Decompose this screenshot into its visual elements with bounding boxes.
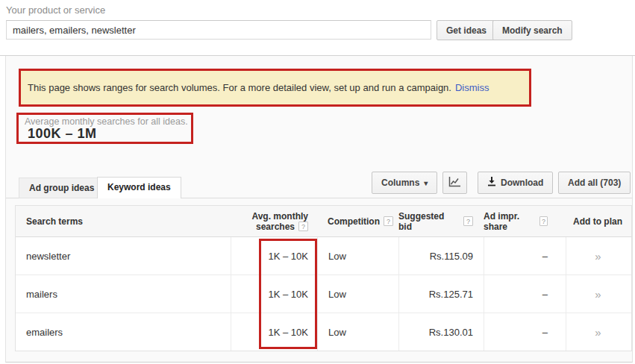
download-label: Download <box>501 178 543 188</box>
table-header-row: Search terms Avg. monthly searches ? Com… <box>16 206 631 237</box>
table-row: mailers 1K – 10K Low Rs.125.71 – » <box>16 275 631 313</box>
download-button[interactable]: Download <box>478 172 553 194</box>
avg-monthly-line1: Avg. monthly <box>251 211 308 222</box>
modify-search-button[interactable]: Modify search <box>492 20 572 40</box>
columns-dropdown-button[interactable]: Columns ▾ <box>372 172 437 194</box>
search-input[interactable] <box>6 20 431 40</box>
suggested-bid-cell: Rs.130.01 <box>398 313 484 351</box>
help-icon[interactable]: ? <box>539 216 548 226</box>
table-row: emailers 1K – 10K Low Rs.130.01 – » <box>16 313 631 351</box>
product-service-label: Your product or service <box>6 4 105 16</box>
add-to-plan-cell: » <box>566 275 630 313</box>
competition-cell: Low <box>317 237 398 274</box>
competition-label: Competition <box>328 216 380 227</box>
header-suggested-bid: Suggested bid ? <box>398 206 484 236</box>
header-competition: Competition ? <box>317 206 398 236</box>
add-to-plan-cell: » <box>566 237 630 274</box>
keyword-ideas-table: Search terms Avg. monthly searches ? Com… <box>15 205 632 351</box>
ad-impr-share-cell: – <box>484 237 566 274</box>
add-to-plan-button[interactable]: » <box>595 288 601 301</box>
keyword-cell: mailers <box>16 275 231 313</box>
tab-keyword-ideas[interactable]: Keyword ideas <box>97 177 181 198</box>
suggested-bid-cell: Rs.115.09 <box>398 237 484 274</box>
header-ad-impr-share: Ad impr. share ? <box>484 206 566 236</box>
columns-label: Columns <box>381 178 419 188</box>
avg-monthly-searches-cell: 1K – 10K <box>231 275 317 313</box>
add-to-plan-cell: » <box>566 313 630 351</box>
chevron-down-icon: ▾ <box>424 179 428 187</box>
help-icon[interactable]: ? <box>384 216 393 226</box>
keyword-cell: emailers <box>16 313 231 351</box>
add-to-plan-button[interactable]: » <box>595 250 601 263</box>
get-ideas-button[interactable]: Get ideas <box>437 20 496 40</box>
help-icon[interactable]: ? <box>463 216 473 226</box>
header-avg-monthly-searches: Avg. monthly searches ? <box>231 206 317 236</box>
avg-monthly-line2: searches <box>256 222 295 232</box>
avg-monthly-searches-cell: 1K – 10K <box>231 313 317 351</box>
modify-search-label: Modify search <box>502 25 563 36</box>
keyword-planner-page: Your product or service Get ideas Modify… <box>0 0 635 364</box>
ad-impr-share-label: Ad impr. share <box>484 211 536 232</box>
keyword-cell: newsletter <box>16 237 231 274</box>
add-all-button[interactable]: Add all (703) <box>558 172 631 194</box>
line-chart-icon <box>448 176 461 189</box>
ad-impr-share-cell: – <box>484 313 566 351</box>
table-row: newsletter 1K – 10K Low Rs.115.09 – » <box>16 237 631 275</box>
competition-cell: Low <box>317 313 398 351</box>
avg-monthly-searches-value: 100K – 1M <box>28 126 97 142</box>
suggested-bid-label: Suggested bid <box>398 211 460 232</box>
avg-monthly-searches-label: Average monthly searches for all ideas. <box>25 116 188 127</box>
ad-impr-share-cell: – <box>484 275 566 313</box>
header-add-to-plan: Add to plan <box>566 206 630 236</box>
search-volume-notice: This page shows ranges for search volume… <box>21 71 529 104</box>
tab-ad-group-ideas[interactable]: Ad group ideas <box>19 178 104 198</box>
add-all-label: Add all (703) <box>568 178 621 188</box>
header-search-terms: Search terms <box>16 206 231 236</box>
dismiss-link[interactable]: Dismiss <box>455 82 489 93</box>
download-icon <box>487 177 496 189</box>
get-ideas-label: Get ideas <box>446 25 487 36</box>
suggested-bid-cell: Rs.125.71 <box>398 275 484 313</box>
notice-text: This page shows ranges for search volume… <box>28 82 451 93</box>
help-icon[interactable]: ? <box>298 222 308 231</box>
add-to-plan-button[interactable]: » <box>595 326 601 339</box>
competition-cell: Low <box>317 275 398 313</box>
chart-view-button[interactable] <box>442 172 467 194</box>
avg-monthly-searches-cell: 1K – 10K <box>231 237 317 274</box>
